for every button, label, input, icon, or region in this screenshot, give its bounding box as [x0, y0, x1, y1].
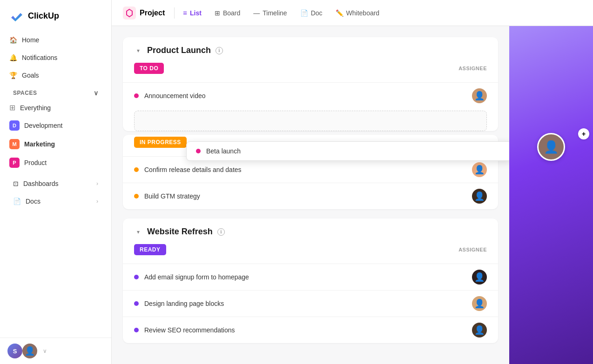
dashboards-icon: ⊡: [13, 180, 19, 187]
tab-list-label: List: [190, 9, 202, 17]
sidebar-item-marketing[interactable]: M Marketing: [4, 135, 108, 153]
section-website-refresh-header: ▾ Website Refresh ℹ: [123, 218, 498, 242]
right-panel: 👤 +: [509, 26, 593, 364]
plus-button[interactable]: +: [578, 128, 589, 139]
section-website-refresh-title: Website Refresh: [147, 227, 213, 237]
user-avatar-s[interactable]: S: [7, 344, 22, 358]
topbar-divider-1: [174, 7, 175, 19]
sidebar-bottom: S 👤 ∨: [0, 338, 111, 364]
sidebar-item-dashboards-label: Dashboards: [23, 180, 59, 187]
tab-board[interactable]: ⊞ Board: [208, 6, 247, 20]
topbar-project: Project: [123, 7, 165, 20]
user-avatar-2[interactable]: 👤: [22, 344, 37, 358]
doc-tab-icon: 📄: [300, 9, 308, 17]
tab-list[interactable]: ≡ List: [176, 5, 208, 20]
project-icon: [123, 7, 136, 20]
sidebar-item-notifications[interactable]: 🔔 Notifications: [4, 49, 108, 66]
task-avatar-5: 👤: [472, 296, 487, 311]
board-tab-icon: ⊞: [215, 9, 220, 17]
tab-whiteboard-label: Whiteboard: [346, 9, 380, 17]
sidebar-navigation: 🏠 Home 🔔 Notifications 🏆 Goals Spaces ∨ …: [0, 32, 111, 338]
docs-icon: 📄: [13, 198, 21, 205]
app-name: ClickUp: [28, 11, 59, 21]
task-avatar-1: 👤: [472, 88, 487, 103]
marketing-dot: M: [9, 139, 20, 149]
goals-icon: 🏆: [9, 72, 17, 79]
user-menu-chevron-icon[interactable]: ∨: [43, 348, 47, 354]
task-row-announcement-video[interactable]: Announcement video 👤: [123, 82, 498, 109]
spaces-header: Spaces ∨: [4, 85, 108, 99]
spaces-collapse-icon[interactable]: ∨: [94, 89, 99, 97]
task-dot-6: [134, 328, 139, 332]
everything-icon: ⊞: [9, 103, 15, 112]
sidebar-item-docs-label: Docs: [26, 198, 40, 205]
section-product-launch: ▾ Product Launch ℹ TO DO ASSIGNEE Announ…: [123, 37, 498, 131]
main-content: Project ≡ List ⊞ Board — Timeline 📄 Doc …: [112, 0, 593, 364]
sidebar-item-goals-label: Goals: [22, 72, 39, 79]
sidebar-item-docs[interactable]: 📄 Docs ›: [7, 193, 104, 210]
task-dot-2: [134, 167, 139, 172]
section-product-launch-collapse[interactable]: ▾: [134, 46, 142, 55]
tab-timeline-label: Timeline: [263, 9, 287, 17]
task-row-build-gtm[interactable]: Build GTM strategy 👤: [123, 183, 498, 209]
assignee-label-todo: ASSIGNEE: [458, 66, 487, 71]
notifications-icon: 🔔: [9, 54, 17, 61]
floating-avatar-container: 👤: [537, 133, 565, 161]
badge-todo: TO DO: [134, 63, 164, 74]
development-dot: D: [9, 120, 20, 131]
content-area: ▾ Product Launch ℹ TO DO ASSIGNEE Announ…: [112, 26, 509, 364]
task-dot-5: [134, 301, 139, 306]
assignee-label-ready: ASSIGNEE: [458, 247, 487, 252]
sidebar-item-marketing-label: Marketing: [24, 140, 55, 148]
dashboards-chevron-icon: ›: [96, 180, 98, 187]
sidebar-item-everything[interactable]: ⊞ Everything: [4, 99, 108, 116]
sidebar-item-home-label: Home: [22, 36, 39, 44]
section-website-refresh-info-icon[interactable]: ℹ: [217, 228, 225, 236]
tab-timeline[interactable]: — Timeline: [247, 6, 293, 20]
content-wrapper: ▾ Product Launch ℹ TO DO ASSIGNEE Announ…: [112, 26, 593, 364]
tab-doc-label: Doc: [311, 9, 323, 17]
section-website-refresh-collapse[interactable]: ▾: [134, 228, 142, 236]
drag-preview-dot: [196, 149, 201, 153]
sidebar-sections: ⊡ Dashboards › 📄 Docs ›: [4, 172, 108, 213]
sidebar-item-development-label: Development: [24, 122, 63, 129]
sidebar-item-product-label: Product: [24, 159, 47, 166]
topbar: Project ≡ List ⊞ Board — Timeline 📄 Doc …: [112, 0, 593, 26]
sidebar-item-goals[interactable]: 🏆 Goals: [4, 67, 108, 84]
home-icon: 🏠: [9, 36, 17, 44]
clickup-logo-icon: [9, 8, 24, 23]
app-logo: ClickUp: [0, 0, 111, 32]
spaces-label: Spaces: [13, 90, 37, 96]
section-website-refresh: ▾ Website Refresh ℹ READY ASSIGNEE Add e…: [123, 218, 498, 343]
tab-board-label: Board: [223, 9, 240, 17]
sidebar-item-notifications-label: Notifications: [22, 54, 57, 61]
sidebar-item-dashboards[interactable]: ⊡ Dashboards ›: [7, 175, 104, 192]
svg-rect-0: [123, 7, 136, 20]
task-text-1: Announcement video: [144, 92, 206, 99]
floating-avatar: 👤: [537, 133, 565, 161]
tab-whiteboard[interactable]: ✏️ Whiteboard: [329, 6, 386, 20]
drag-preview: Beta launch: [186, 141, 509, 161]
task-text-6: Review SEO recommendations: [144, 326, 235, 334]
status-row-todo: TO DO ASSIGNEE: [134, 61, 487, 79]
task-avatar-6: 👤: [472, 323, 487, 338]
sidebar-item-everything-label: Everything: [20, 104, 51, 112]
docs-chevron-icon: ›: [96, 198, 98, 205]
drop-zone-todo[interactable]: [134, 111, 487, 131]
sidebar-item-home[interactable]: 🏠 Home: [4, 32, 108, 48]
task-row-email-signup[interactable]: Add email signup form to homepage 👤: [123, 264, 498, 290]
task-avatar-4: 👤: [472, 270, 487, 285]
task-text-4: Add email signup form to homepage: [144, 273, 249, 281]
task-row-review-seo[interactable]: Review SEO recommendations 👤: [123, 317, 498, 343]
task-row-design-landing[interactable]: Design landing page blocks 👤: [123, 290, 498, 317]
status-group-todo: TO DO ASSIGNEE: [123, 61, 498, 82]
section-product-launch-title: Product Launch: [147, 46, 211, 55]
section-product-launch-info-icon[interactable]: ℹ: [216, 47, 223, 54]
sidebar-item-product[interactable]: P Product: [4, 154, 108, 172]
status-group-ready: READY ASSIGNEE: [123, 242, 498, 264]
sidebar-item-development[interactable]: D Development: [4, 117, 108, 134]
tab-doc[interactable]: 📄 Doc: [294, 6, 329, 20]
task-text-2: Confirm release details and dates: [144, 166, 242, 173]
status-row-ready: READY ASSIGNEE: [134, 242, 487, 260]
timeline-tab-icon: —: [253, 9, 260, 17]
